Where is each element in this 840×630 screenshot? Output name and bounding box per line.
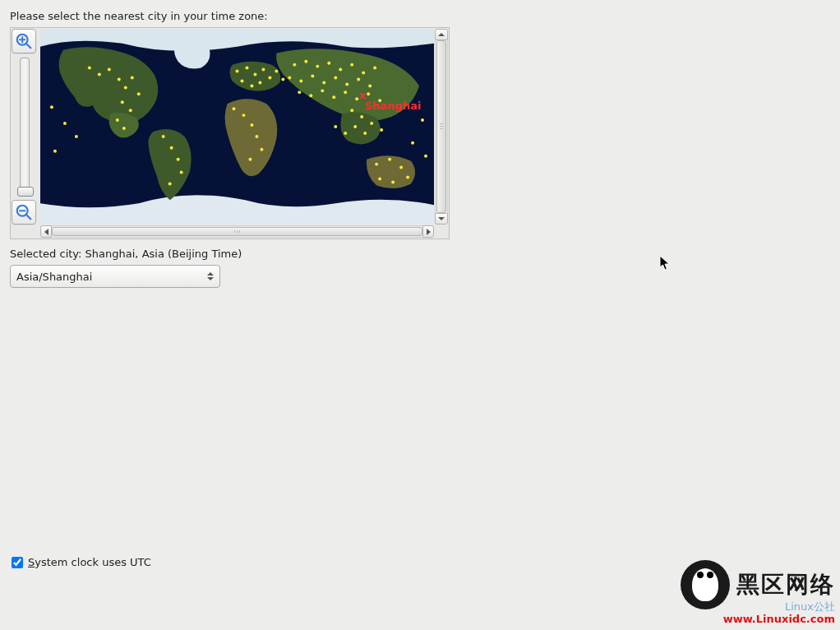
svg-point-13 [131, 76, 134, 80]
watermark: 黑区网络 Linux公社 www.Linuxidc.com [681, 560, 835, 625]
system-clock-utc-label[interactable]: System clock uses UTC [28, 556, 151, 568]
svg-point-38 [260, 148, 263, 151]
map-horizontal-scrollbar[interactable] [40, 225, 434, 238]
svg-point-62 [367, 92, 370, 95]
world-map[interactable]: x Shanghai [40, 29, 434, 225]
svg-point-74 [399, 166, 403, 169]
svg-point-84 [53, 150, 57, 153]
svg-point-72 [375, 163, 378, 166]
svg-point-18 [122, 127, 126, 130]
watermark-text-cn: 黑区网络 [736, 569, 835, 600]
svg-point-52 [334, 76, 337, 80]
svg-point-20 [170, 146, 173, 150]
map-vertical-scrollbar[interactable] [435, 29, 448, 225]
svg-point-37 [255, 135, 258, 138]
svg-point-58 [321, 89, 324, 92]
svg-point-10 [108, 68, 111, 72]
svg-point-80 [411, 141, 414, 145]
svg-point-31 [240, 79, 243, 82]
svg-point-50 [311, 75, 314, 78]
svg-point-63 [378, 99, 381, 102]
svg-point-41 [304, 60, 307, 63]
svg-point-70 [344, 132, 347, 135]
svg-point-8 [88, 67, 91, 70]
svg-point-42 [316, 65, 319, 68]
svg-point-14 [137, 92, 141, 95]
svg-point-83 [50, 105, 53, 109]
scroll-down-button[interactable] [435, 213, 448, 225]
svg-point-34 [233, 107, 236, 110]
svg-point-57 [309, 94, 312, 97]
svg-point-67 [380, 128, 383, 132]
svg-point-35 [242, 113, 245, 117]
svg-point-29 [275, 70, 278, 73]
vscroll-thumb[interactable] [436, 40, 446, 213]
svg-point-75 [406, 176, 409, 179]
svg-point-51 [322, 81, 325, 84]
svg-point-26 [253, 73, 256, 76]
svg-point-81 [421, 118, 424, 122]
svg-point-21 [177, 158, 180, 161]
watermark-text-blue: Linux公社 [681, 600, 835, 614]
svg-point-22 [180, 171, 183, 174]
zoom-out-button[interactable] [12, 200, 36, 225]
svg-point-28 [268, 76, 271, 80]
system-clock-utc-checkbox[interactable] [12, 557, 23, 568]
svg-point-68 [363, 132, 367, 135]
world-map-svg [40, 29, 434, 225]
svg-point-44 [339, 68, 342, 72]
timezone-prompt: Please select the nearest city in your t… [10, 10, 830, 22]
zoom-in-icon [15, 32, 33, 50]
svg-point-32 [250, 84, 253, 87]
svg-point-27 [261, 68, 265, 72]
svg-point-43 [327, 62, 330, 65]
svg-point-59 [332, 95, 335, 99]
zoom-in-button[interactable] [12, 29, 36, 53]
scroll-right-button[interactable] [422, 225, 434, 238]
svg-point-55 [368, 84, 372, 87]
svg-point-15 [121, 100, 124, 104]
svg-point-71 [334, 125, 337, 128]
svg-point-69 [353, 125, 357, 128]
svg-point-9 [98, 73, 101, 76]
world-map-panel: x Shanghai [10, 27, 450, 239]
svg-point-64 [350, 109, 353, 112]
svg-point-65 [360, 115, 363, 118]
zoom-slider[interactable] [20, 58, 30, 192]
svg-point-33 [258, 81, 261, 84]
svg-point-54 [357, 78, 360, 81]
select-spinner-icon [205, 268, 216, 285]
timezone-select[interactable]: Asia/Shanghai [10, 265, 220, 288]
selected-city-label: Selected city: Shanghai, Asia (Beijing T… [10, 248, 830, 260]
svg-point-24 [236, 70, 239, 73]
svg-point-56 [298, 90, 301, 94]
svg-point-12 [124, 86, 127, 89]
vscroll-track[interactable] [435, 40, 448, 213]
svg-point-76 [391, 180, 395, 183]
svg-point-23 [168, 182, 172, 185]
svg-point-60 [344, 90, 347, 94]
svg-line-5 [26, 215, 31, 220]
svg-point-11 [118, 78, 121, 81]
svg-point-49 [299, 79, 302, 82]
svg-point-53 [345, 82, 348, 86]
svg-point-39 [248, 158, 252, 161]
svg-point-66 [370, 122, 373, 125]
svg-point-47 [373, 67, 376, 70]
hscroll-track[interactable] [52, 225, 422, 238]
svg-point-25 [245, 67, 248, 70]
svg-point-48 [288, 76, 291, 80]
scroll-left-button[interactable] [40, 225, 52, 238]
svg-point-73 [388, 158, 391, 161]
watermark-url: www.Linuxidc.com [681, 613, 835, 625]
svg-point-16 [129, 109, 132, 112]
svg-point-79 [75, 135, 78, 138]
svg-point-30 [281, 78, 284, 81]
scroll-up-button[interactable] [435, 29, 448, 40]
svg-point-36 [250, 123, 253, 127]
hscroll-thumb[interactable] [52, 227, 422, 236]
svg-point-19 [162, 135, 165, 138]
svg-point-45 [350, 63, 353, 67]
svg-point-77 [378, 177, 381, 180]
zoom-slider-thumb[interactable] [17, 187, 34, 197]
